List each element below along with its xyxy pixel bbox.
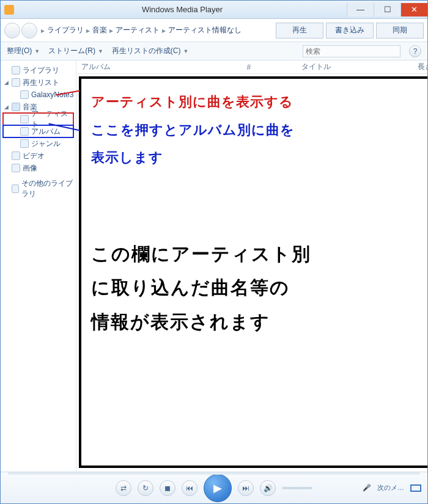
window-buttons: — ☐ ✕ [347,3,427,16]
shuffle-button[interactable]: ⇄ [116,480,131,496]
app-icon [4,5,14,15]
sidebar: ライブラリ ◢再生リスト GalaxyNote3 ◢音楽 アーティスト アルバム… [1,60,76,472]
network-icon [12,184,19,193]
annotation-blue-2: 表示します [91,145,427,170]
repeat-button[interactable]: ↻ [138,480,153,496]
crumb-noartist[interactable]: アーティスト情報なし [168,25,242,35]
album-icon [20,127,29,136]
maximize-button[interactable]: ☐ [374,3,400,16]
chevron-right-icon: ▸ [162,26,166,35]
sidebar-item-genre[interactable]: ジャンル [3,137,73,150]
annotation-big: この欄にアーティスト別 に取り込んだ曲名等の 情報が表示されます [91,237,427,339]
player-controls: ⇄ ↻ ◼ ⏮ ▶ ⏭ 🔊 🎤 次のメ… [1,472,427,503]
col-num[interactable]: # [246,63,259,71]
breadcrumb[interactable]: ▸ ライブラリ ▸ 音楽 ▸ アーティスト ▸ アーティスト情報なし [41,25,272,35]
seek-bar[interactable] [8,472,420,475]
chevron-down-icon: ▼ [34,48,40,54]
sidebar-item-image[interactable]: 画像 [3,162,73,174]
annotation-blue-1: ここを押すとアルバム別に曲を [91,118,427,142]
mode-tabs: 再生 書き込み 同期 [276,23,424,38]
col-length[interactable]: 長さ [418,62,427,72]
crumb-music[interactable]: 音楽 [92,25,107,35]
body: ライブラリ ◢再生リスト GalaxyNote3 ◢音楽 アーティスト アルバム… [1,60,427,472]
sidebar-item-artist[interactable]: アーティスト [3,113,73,125]
chevron-right-icon: ▸ [109,26,113,35]
toolbar: 整理(O)▼ ストリーム(R)▼ 再生リストの作成(C)▼ ? [1,42,427,60]
main-pane: アルバム # タイトル 長さ アーティスト別に曲を表示する ここを押すとアルバム… [76,60,427,472]
crumb-library[interactable]: ライブラリ [47,25,84,35]
playlist-icon [12,78,20,87]
crumb-artist[interactable]: アーティスト [116,25,160,35]
nav-row: ▸ ライブラリ ▸ 音楽 ▸ アーティスト ▸ アーティスト情報なし 再生 書き… [1,19,427,42]
status-area: 🎤 次のメ… [363,483,421,492]
help-button[interactable]: ? [409,45,421,57]
create-playlist-menu[interactable]: 再生リストの作成(C)▼ [112,46,189,56]
chevron-right-icon: ▸ [41,26,45,35]
video-icon [12,152,20,160]
prev-button[interactable]: ⏮ [182,480,197,496]
volume-slider[interactable] [282,487,312,489]
genre-icon [20,139,29,148]
mute-button[interactable]: 🔊 [260,480,276,496]
tab-burn[interactable]: 書き込み [326,23,374,38]
close-button[interactable]: ✕ [400,3,427,16]
playlist-icon [20,90,29,99]
music-icon [12,103,20,111]
next-button[interactable]: ⏭ [238,480,254,496]
minimize-button[interactable]: — [347,3,374,16]
switch-view-button[interactable] [410,484,421,492]
search-input[interactable] [303,45,400,57]
sidebar-item-playlist-galaxy[interactable]: GalaxyNote3 [3,89,73,101]
chevron-down-icon: ▼ [183,48,189,54]
play-button[interactable]: ▶ [204,474,232,502]
col-title[interactable]: タイトル [301,62,375,72]
wmp-window: Windows Media Player — ☐ ✕ ▸ ライブラリ ▸ 音楽 … [0,0,428,504]
sidebar-item-video[interactable]: ビデオ [3,150,73,162]
annotation-red: アーティスト別に曲を表示する [91,90,427,114]
sidebar-item-other-libraries[interactable]: その他のライブラリ [3,183,73,195]
stop-button[interactable]: ◼ [160,480,175,496]
collapse-icon[interactable]: ◢ [3,79,9,86]
library-icon [12,66,20,75]
col-album[interactable]: アルバム [81,62,204,72]
artist-icon [20,115,29,123]
nav-buttons [4,23,37,38]
sidebar-item-library[interactable]: ライブラリ [3,64,73,76]
forward-button[interactable] [21,23,37,38]
chevron-down-icon: ▼ [98,48,103,54]
tab-sync[interactable]: 同期 [376,23,424,38]
status-text: 次のメ… [377,483,404,492]
column-headers: アルバム # タイトル 長さ [76,60,427,74]
image-icon [12,164,20,172]
organize-menu[interactable]: 整理(O)▼ [7,46,40,56]
titlebar: Windows Media Player — ☐ ✕ [1,1,427,19]
tab-play[interactable]: 再生 [276,23,323,38]
back-button[interactable] [4,23,20,38]
collapse-icon[interactable]: ◢ [3,104,9,110]
sidebar-item-playlists[interactable]: ◢再生リスト [3,76,73,89]
content-area: アーティスト別に曲を表示する ここを押すとアルバム別に曲を 表示します この欄に… [79,76,427,468]
stream-menu[interactable]: ストリーム(R)▼ [48,46,103,56]
window-title: Windows Media Player [18,5,347,14]
chevron-right-icon: ▸ [86,26,90,35]
mic-icon[interactable]: 🎤 [363,484,371,492]
